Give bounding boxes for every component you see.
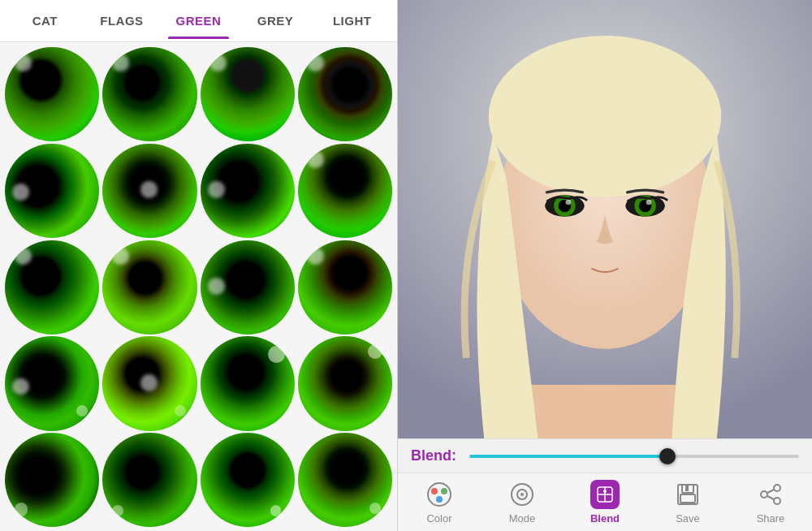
svg-point-8	[566, 200, 572, 205]
eye-option-11[interactable]	[201, 240, 295, 335]
eye-grid	[0, 42, 397, 531]
save-icon	[673, 480, 702, 509]
blend-slider[interactable]	[469, 455, 799, 458]
tab-grey[interactable]: GREY	[237, 2, 314, 39]
main-container: CAT FLAGS GREEN GREY LIGHT	[0, 0, 812, 531]
toolbar-save[interactable]: Save	[655, 480, 720, 525]
eye-option-20[interactable]	[298, 433, 392, 527]
tabs-bar: CAT FLAGS GREEN GREY LIGHT	[0, 0, 397, 42]
eye-option-15[interactable]	[201, 336, 295, 430]
photo-area	[398, 0, 812, 438]
eye-option-14[interactable]	[102, 336, 197, 430]
eye-option-19[interactable]	[201, 433, 295, 527]
toolbar-blend[interactable]: Blend	[572, 480, 637, 525]
share-label: Share	[757, 512, 785, 525]
eye-option-17[interactable]	[5, 433, 99, 527]
eye-option-3[interactable]	[201, 47, 295, 141]
eye-option-6[interactable]	[102, 144, 197, 238]
toolbar-mode[interactable]: Mode	[490, 480, 555, 525]
eye-option-10[interactable]	[102, 240, 197, 335]
blend-label: Blend:	[411, 447, 460, 464]
eye-option-4[interactable]	[298, 47, 392, 141]
blend-toolbar-label: Blend	[590, 512, 620, 525]
eye-option-16[interactable]	[298, 336, 392, 430]
svg-point-15	[441, 488, 447, 494]
tab-flags[interactable]: FLAGS	[84, 2, 161, 39]
tab-light[interactable]: LIGHT	[313, 2, 391, 39]
portrait-image	[398, 0, 812, 438]
toolbar-share[interactable]: Share	[738, 480, 803, 525]
eye-option-7[interactable]	[201, 144, 295, 238]
left-panel: CAT FLAGS GREEN GREY LIGHT	[0, 0, 398, 531]
save-label: Save	[676, 512, 700, 525]
svg-point-14	[431, 488, 438, 494]
svg-point-12	[646, 200, 652, 205]
color-icon	[425, 480, 454, 509]
share-icon	[756, 480, 785, 509]
svg-point-4	[489, 36, 722, 196]
mode-label: Mode	[509, 512, 536, 525]
eye-option-13[interactable]	[5, 336, 99, 430]
mode-icon	[508, 480, 537, 509]
color-label: Color	[426, 512, 451, 525]
eye-option-12[interactable]	[298, 240, 392, 335]
tab-green[interactable]: GREEN	[160, 2, 237, 39]
svg-point-16	[436, 496, 443, 503]
svg-point-19	[520, 493, 524, 496]
blend-thumb[interactable]	[659, 448, 676, 464]
toolbar-color[interactable]: Color	[407, 480, 472, 525]
svg-point-28	[774, 485, 780, 491]
eye-option-18[interactable]	[102, 433, 197, 527]
eye-option-1[interactable]	[5, 47, 99, 141]
eye-option-2[interactable]	[102, 47, 197, 141]
bottom-toolbar: Color Mode	[398, 473, 812, 531]
eye-option-5[interactable]	[5, 144, 99, 238]
eye-option-9[interactable]	[5, 240, 99, 335]
svg-point-30	[774, 498, 780, 504]
blend-icon-bg	[590, 480, 620, 509]
svg-point-29	[761, 491, 767, 498]
right-panel: Blend: Color	[398, 0, 812, 531]
svg-line-32	[767, 496, 774, 499]
eye-option-8[interactable]	[298, 144, 392, 238]
svg-rect-27	[685, 486, 689, 491]
svg-rect-26	[680, 494, 695, 503]
svg-line-31	[767, 490, 774, 493]
blend-icon-container	[590, 480, 620, 509]
blend-section: Blend:	[398, 438, 812, 473]
svg-point-23	[603, 490, 607, 493]
tab-cat[interactable]: CAT	[6, 2, 84, 39]
